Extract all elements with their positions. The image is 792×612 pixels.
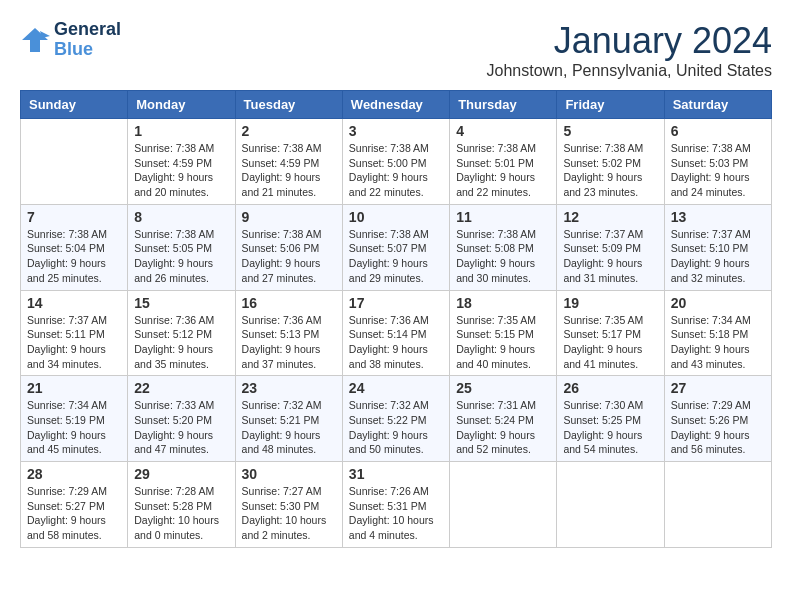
calendar-cell: 4Sunrise: 7:38 AMSunset: 5:01 PMDaylight… [450, 119, 557, 205]
calendar-cell: 31Sunrise: 7:26 AMSunset: 5:31 PMDayligh… [342, 462, 449, 548]
day-info: Sunrise: 7:37 AMSunset: 5:10 PMDaylight:… [671, 227, 765, 286]
day-info: Sunrise: 7:28 AMSunset: 5:28 PMDaylight:… [134, 484, 228, 543]
day-number: 25 [456, 380, 550, 396]
day-number: 24 [349, 380, 443, 396]
calendar-cell: 9Sunrise: 7:38 AMSunset: 5:06 PMDaylight… [235, 204, 342, 290]
day-number: 21 [27, 380, 121, 396]
day-info: Sunrise: 7:29 AMSunset: 5:27 PMDaylight:… [27, 484, 121, 543]
day-number: 28 [27, 466, 121, 482]
day-number: 20 [671, 295, 765, 311]
day-info: Sunrise: 7:38 AMSunset: 5:03 PMDaylight:… [671, 141, 765, 200]
day-header-thursday: Thursday [450, 91, 557, 119]
day-number: 7 [27, 209, 121, 225]
location-title: Johnstown, Pennsylvania, United States [487, 62, 773, 80]
calendar-cell: 18Sunrise: 7:35 AMSunset: 5:15 PMDayligh… [450, 290, 557, 376]
month-title: January 2024 [487, 20, 773, 62]
day-info: Sunrise: 7:34 AMSunset: 5:19 PMDaylight:… [27, 398, 121, 457]
calendar-cell: 15Sunrise: 7:36 AMSunset: 5:12 PMDayligh… [128, 290, 235, 376]
calendar-week-1: 1Sunrise: 7:38 AMSunset: 4:59 PMDaylight… [21, 119, 772, 205]
day-info: Sunrise: 7:27 AMSunset: 5:30 PMDaylight:… [242, 484, 336, 543]
day-info: Sunrise: 7:29 AMSunset: 5:26 PMDaylight:… [671, 398, 765, 457]
logo-text: GeneralBlue [54, 20, 121, 60]
day-number: 17 [349, 295, 443, 311]
calendar-cell: 2Sunrise: 7:38 AMSunset: 4:59 PMDaylight… [235, 119, 342, 205]
calendar-cell: 17Sunrise: 7:36 AMSunset: 5:14 PMDayligh… [342, 290, 449, 376]
calendar-week-2: 7Sunrise: 7:38 AMSunset: 5:04 PMDaylight… [21, 204, 772, 290]
day-number: 23 [242, 380, 336, 396]
day-info: Sunrise: 7:37 AMSunset: 5:09 PMDaylight:… [563, 227, 657, 286]
calendar-cell: 30Sunrise: 7:27 AMSunset: 5:30 PMDayligh… [235, 462, 342, 548]
calendar-cell [664, 462, 771, 548]
calendar-cell: 6Sunrise: 7:38 AMSunset: 5:03 PMDaylight… [664, 119, 771, 205]
day-number: 30 [242, 466, 336, 482]
day-info: Sunrise: 7:34 AMSunset: 5:18 PMDaylight:… [671, 313, 765, 372]
logo: GeneralBlue [20, 20, 121, 60]
calendar-cell: 7Sunrise: 7:38 AMSunset: 5:04 PMDaylight… [21, 204, 128, 290]
day-number: 2 [242, 123, 336, 139]
day-info: Sunrise: 7:38 AMSunset: 5:08 PMDaylight:… [456, 227, 550, 286]
day-info: Sunrise: 7:38 AMSunset: 4:59 PMDaylight:… [242, 141, 336, 200]
day-number: 9 [242, 209, 336, 225]
day-info: Sunrise: 7:36 AMSunset: 5:12 PMDaylight:… [134, 313, 228, 372]
calendar-cell: 21Sunrise: 7:34 AMSunset: 5:19 PMDayligh… [21, 376, 128, 462]
day-number: 5 [563, 123, 657, 139]
day-header-monday: Monday [128, 91, 235, 119]
day-number: 4 [456, 123, 550, 139]
day-number: 10 [349, 209, 443, 225]
day-number: 18 [456, 295, 550, 311]
calendar-cell: 11Sunrise: 7:38 AMSunset: 5:08 PMDayligh… [450, 204, 557, 290]
calendar-cell: 10Sunrise: 7:38 AMSunset: 5:07 PMDayligh… [342, 204, 449, 290]
calendar-cell: 24Sunrise: 7:32 AMSunset: 5:22 PMDayligh… [342, 376, 449, 462]
day-info: Sunrise: 7:38 AMSunset: 5:07 PMDaylight:… [349, 227, 443, 286]
day-info: Sunrise: 7:38 AMSunset: 4:59 PMDaylight:… [134, 141, 228, 200]
calendar-cell: 3Sunrise: 7:38 AMSunset: 5:00 PMDaylight… [342, 119, 449, 205]
day-header-wednesday: Wednesday [342, 91, 449, 119]
calendar-week-4: 21Sunrise: 7:34 AMSunset: 5:19 PMDayligh… [21, 376, 772, 462]
day-number: 15 [134, 295, 228, 311]
day-header-saturday: Saturday [664, 91, 771, 119]
day-number: 14 [27, 295, 121, 311]
day-number: 19 [563, 295, 657, 311]
calendar-cell: 23Sunrise: 7:32 AMSunset: 5:21 PMDayligh… [235, 376, 342, 462]
day-info: Sunrise: 7:37 AMSunset: 5:11 PMDaylight:… [27, 313, 121, 372]
calendar-cell: 25Sunrise: 7:31 AMSunset: 5:24 PMDayligh… [450, 376, 557, 462]
calendar-cell: 1Sunrise: 7:38 AMSunset: 4:59 PMDaylight… [128, 119, 235, 205]
day-info: Sunrise: 7:32 AMSunset: 5:21 PMDaylight:… [242, 398, 336, 457]
day-info: Sunrise: 7:33 AMSunset: 5:20 PMDaylight:… [134, 398, 228, 457]
calendar-cell: 13Sunrise: 7:37 AMSunset: 5:10 PMDayligh… [664, 204, 771, 290]
day-info: Sunrise: 7:38 AMSunset: 5:06 PMDaylight:… [242, 227, 336, 286]
page-header: GeneralBlue January 2024 Johnstown, Penn… [20, 20, 772, 80]
day-header-sunday: Sunday [21, 91, 128, 119]
day-info: Sunrise: 7:36 AMSunset: 5:14 PMDaylight:… [349, 313, 443, 372]
day-info: Sunrise: 7:26 AMSunset: 5:31 PMDaylight:… [349, 484, 443, 543]
calendar-cell [557, 462, 664, 548]
day-number: 6 [671, 123, 765, 139]
day-number: 22 [134, 380, 228, 396]
day-info: Sunrise: 7:38 AMSunset: 5:02 PMDaylight:… [563, 141, 657, 200]
title-area: January 2024 Johnstown, Pennsylvania, Un… [487, 20, 773, 80]
calendar-cell: 29Sunrise: 7:28 AMSunset: 5:28 PMDayligh… [128, 462, 235, 548]
calendar-cell [21, 119, 128, 205]
calendar-cell: 5Sunrise: 7:38 AMSunset: 5:02 PMDaylight… [557, 119, 664, 205]
day-number: 12 [563, 209, 657, 225]
day-number: 16 [242, 295, 336, 311]
day-info: Sunrise: 7:38 AMSunset: 5:05 PMDaylight:… [134, 227, 228, 286]
day-header-friday: Friday [557, 91, 664, 119]
calendar-cell: 16Sunrise: 7:36 AMSunset: 5:13 PMDayligh… [235, 290, 342, 376]
calendar-cell: 12Sunrise: 7:37 AMSunset: 5:09 PMDayligh… [557, 204, 664, 290]
day-info: Sunrise: 7:38 AMSunset: 5:01 PMDaylight:… [456, 141, 550, 200]
day-info: Sunrise: 7:35 AMSunset: 5:15 PMDaylight:… [456, 313, 550, 372]
day-info: Sunrise: 7:38 AMSunset: 5:04 PMDaylight:… [27, 227, 121, 286]
svg-marker-0 [22, 28, 48, 52]
calendar-week-3: 14Sunrise: 7:37 AMSunset: 5:11 PMDayligh… [21, 290, 772, 376]
calendar-cell: 27Sunrise: 7:29 AMSunset: 5:26 PMDayligh… [664, 376, 771, 462]
calendar-cell: 20Sunrise: 7:34 AMSunset: 5:18 PMDayligh… [664, 290, 771, 376]
day-info: Sunrise: 7:32 AMSunset: 5:22 PMDaylight:… [349, 398, 443, 457]
calendar-cell: 8Sunrise: 7:38 AMSunset: 5:05 PMDaylight… [128, 204, 235, 290]
calendar-cell: 14Sunrise: 7:37 AMSunset: 5:11 PMDayligh… [21, 290, 128, 376]
day-number: 13 [671, 209, 765, 225]
calendar-table: SundayMondayTuesdayWednesdayThursdayFrid… [20, 90, 772, 548]
day-info: Sunrise: 7:30 AMSunset: 5:25 PMDaylight:… [563, 398, 657, 457]
day-number: 31 [349, 466, 443, 482]
header-row: SundayMondayTuesdayWednesdayThursdayFrid… [21, 91, 772, 119]
